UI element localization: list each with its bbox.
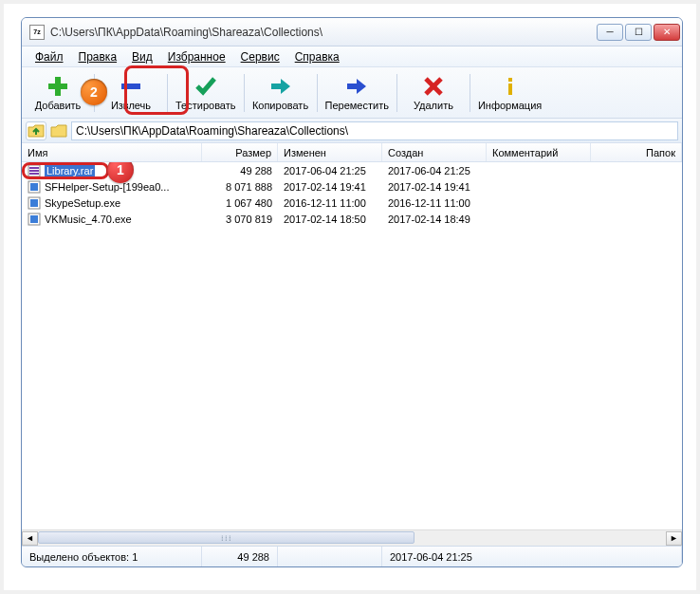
status-selection: Выделено объектов: 1 [22,547,202,566]
info-icon [499,75,522,98]
menu-help[interactable]: Справка [287,48,347,65]
scroll-left-button[interactable]: ◄ [22,531,38,546]
file-modified: 2017-02-14 18:50 [278,213,382,225]
tool-delete[interactable]: Удалить [399,70,468,116]
toolbar: Добавить Извлечь Тестировать Копировать [22,67,682,119]
arrow-right-blue-icon [345,75,368,98]
toolbar-separator [167,74,168,112]
file-modified: 2017-06-04 21:25 [278,165,382,176]
menu-favorites[interactable]: Избранное [160,48,233,65]
svg-rect-16 [30,215,38,223]
file-icon [28,196,41,210]
minus-icon [120,75,142,98]
minimize-button[interactable]: ─ [597,24,623,41]
window-title: C:\Users\ПК\AppData\Roaming\Shareaza\Col… [50,26,597,39]
column-size[interactable]: Размер [202,143,278,161]
annotation-badge-2: 2 [81,79,107,105]
menu-view[interactable]: Вид [124,48,160,65]
file-icon [28,180,41,194]
status-date: 2017-06-04 21:25 [382,547,682,566]
status-size: 49 288 [202,547,278,566]
toolbar-separator [396,74,397,112]
svg-rect-1 [48,84,67,89]
file-modified: 2016-12-11 11:00 [278,197,382,209]
file-name: SkypeSetup.exe [45,197,120,209]
menu-tools[interactable]: Сервис [233,48,287,65]
column-name[interactable]: Имя [22,143,202,161]
tool-test[interactable]: Тестировать [170,70,242,116]
horizontal-scrollbar[interactable]: ◄ ⁞⁞⁞ ► [22,529,682,546]
scroll-track[interactable]: ⁞⁞⁞ [38,531,666,546]
up-folder-button[interactable] [26,121,46,140]
file-created: 2017-06-04 21:25 [382,165,487,176]
file-created: 2017-02-14 19:41 [382,181,487,193]
file-created: 2016-12-11 11:00 [382,197,487,209]
menu-file[interactable]: Файл [28,48,71,65]
addressbar [22,119,682,143]
file-icon [28,213,41,226]
svg-rect-12 [30,183,38,191]
file-row[interactable]: VKMusic_4.70.exe3 070 8192017-02-14 18:5… [22,211,682,227]
svg-rect-10 [29,173,39,175]
file-size: 3 070 819 [202,213,278,225]
file-size: 1 067 480 [202,197,278,209]
file-icon [28,164,41,177]
folder-icon [50,123,67,139]
column-created[interactable]: Создан [382,143,487,161]
app-window: 7z C:\Users\ПК\AppData\Roaming\Shareaza\… [21,17,683,567]
file-row[interactable]: SkypeSetup.exe1 067 4802016-12-11 11:002… [22,195,682,211]
maximize-icon: ☐ [635,27,643,37]
app-icon-7z: 7z [29,25,45,40]
column-comment[interactable]: Комментарий [487,143,591,161]
titlebar: 7z C:\Users\ПК\AppData\Roaming\Shareaza\… [22,18,682,46]
tool-move[interactable]: Переместить [320,70,395,116]
close-icon: ✕ [663,27,671,37]
x-icon [422,75,445,98]
svg-rect-8 [29,167,39,169]
svg-rect-9 [29,170,39,172]
minimize-icon: ─ [606,27,613,37]
file-size: 49 288 [202,165,278,176]
folder-up-icon [28,123,45,139]
toolbar-separator [244,74,245,112]
tool-info[interactable]: Информация [472,70,547,116]
maximize-button[interactable]: ☐ [625,24,652,41]
svg-rect-14 [30,199,38,207]
svg-rect-6 [508,84,512,95]
menubar: Файл Правка Вид Избранное Сервис Справка [22,46,682,67]
arrow-right-teal-icon [269,75,292,98]
file-created: 2017-02-14 18:49 [382,213,487,225]
file-list[interactable]: 1 Library.rar49 2882017-06-04 21:252017-… [22,162,682,529]
scroll-thumb[interactable]: ⁞⁞⁞ [38,531,414,544]
check-icon [194,75,217,98]
file-size: 8 071 888 [202,181,278,193]
scroll-right-button[interactable]: ► [666,531,682,546]
svg-rect-2 [121,84,140,89]
list-header: Имя Размер Изменен Создан Комментарий Па… [22,143,682,162]
column-folders[interactable]: Папок [591,143,682,161]
toolbar-separator [317,74,318,112]
file-name: Library.rar [45,165,95,176]
statusbar: Выделено объектов: 1 49 288 2017-06-04 2… [22,546,682,566]
address-input[interactable] [71,121,678,140]
toolbar-separator [470,74,470,112]
plus-icon [46,75,69,98]
status-blank [278,547,382,566]
close-button[interactable]: ✕ [654,24,680,41]
file-name: SFHelper-Setup-[199ea0... [45,181,169,193]
file-modified: 2017-02-14 19:41 [278,181,382,193]
file-name: VKMusic_4.70.exe [45,213,132,225]
svg-rect-5 [508,78,512,82]
menu-edit[interactable]: Правка [71,48,125,65]
tool-copy[interactable]: Копировать [247,70,315,116]
column-modified[interactable]: Изменен [278,143,382,161]
